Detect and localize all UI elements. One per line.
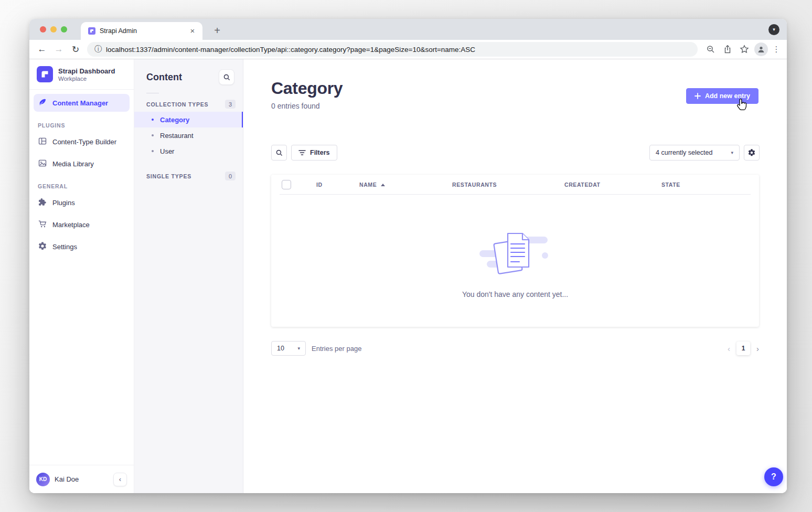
page-title: Category: [271, 79, 343, 98]
chevron-down-icon: ▾: [297, 346, 300, 351]
column-header-restaurants[interactable]: RESTAURANTS: [452, 175, 497, 195]
brand-title: Strapi Dashboard: [58, 67, 115, 75]
subnav-item-label: Category: [160, 116, 189, 124]
browser-toolbar: ← → ↻ ⓘ localhost:1337/admin/content-man…: [29, 40, 787, 59]
sidebar-item-marketplace[interactable]: Marketplace: [34, 216, 130, 233]
column-header-name[interactable]: NAME: [359, 175, 385, 195]
table-search-button[interactable]: [271, 145, 287, 161]
browser-chevron-badge-icon[interactable]: ▾: [768, 24, 779, 35]
browser-menu-icon[interactable]: ⋮: [771, 45, 782, 54]
pagination-row: 10 ▾ Entries per page ‹ 1 ›: [271, 341, 759, 356]
zoom-search-icon[interactable]: [704, 42, 718, 57]
current-page-button[interactable]: 1: [736, 342, 750, 355]
layout-grid-icon: [38, 136, 47, 147]
previous-page-button[interactable]: ‹: [728, 344, 730, 353]
cart-icon: [38, 219, 47, 230]
sidebar-item-label: Settings: [52, 243, 77, 251]
share-icon[interactable]: [721, 42, 734, 57]
sidebar-item-label: Plugins: [52, 199, 75, 207]
table-actions-row: Filters 4 currently selected ▾: [271, 145, 760, 161]
minimize-window-button[interactable]: [50, 26, 57, 33]
sidebar-item-content-type-builder[interactable]: Content-Type Builder: [34, 133, 130, 151]
sidebar-item-settings[interactable]: Settings: [34, 238, 130, 255]
back-button[interactable]: ←: [35, 42, 49, 57]
subnav-item-user[interactable]: User: [134, 143, 243, 159]
new-tab-button[interactable]: +: [210, 24, 225, 38]
collection-types-count-badge: 3: [225, 100, 236, 109]
column-header-state[interactable]: STATE: [661, 175, 680, 195]
image-icon: [38, 158, 47, 169]
entries-table-card: ID NAME RESTAURANTS CREATEDAT STATE: [271, 175, 759, 327]
fields-selected-dropdown[interactable]: 4 currently selected ▾: [649, 145, 740, 161]
subnav-title: Content: [146, 72, 182, 83]
sidebar-item-label: Content-Type Builder: [52, 138, 116, 146]
empty-documents-illustration: [478, 226, 552, 281]
brand-subtitle: Workplace: [58, 76, 115, 82]
close-tab-icon[interactable]: ×: [188, 26, 197, 36]
subnav-item-category[interactable]: Category: [134, 112, 243, 127]
plugins-section-label: PLUGINS: [38, 122, 125, 129]
main-panel: Category 0 entries found Add new entry F…: [243, 59, 787, 493]
column-header-id[interactable]: ID: [316, 175, 323, 195]
sidebar-item-media-library[interactable]: Media Library: [34, 155, 130, 173]
close-window-button[interactable]: [40, 26, 46, 33]
forward-button[interactable]: →: [51, 42, 66, 57]
app-content: Strapi Dashboard Workplace Content Manag…: [29, 59, 787, 493]
sidebar-item-content-manager[interactable]: Content Manager: [34, 94, 130, 112]
window-controls: [40, 26, 67, 33]
strapi-favicon-icon: [88, 27, 95, 35]
sidebar-item-label: Marketplace: [52, 221, 90, 229]
browser-profile-icon[interactable]: [754, 42, 768, 56]
avatar[interactable]: KD: [36, 473, 50, 486]
bullet-icon: [152, 150, 154, 152]
desktop-background: Strapi Admin × + ▾ ← → ↻ ⓘ localhost:133…: [0, 0, 812, 512]
collection-types-label: COLLECTION TYPES: [146, 101, 208, 108]
sidebar-item-label: Media Library: [52, 160, 94, 168]
sort-ascending-icon: [381, 184, 385, 186]
gear-icon: [38, 241, 47, 252]
single-types-count-badge: 0: [225, 172, 236, 180]
user-name: Kai Doe: [55, 475, 109, 483]
general-section-label: GENERAL: [38, 183, 125, 189]
url-bar[interactable]: ⓘ localhost:1337/admin/content-manager/c…: [87, 42, 698, 57]
add-new-entry-button[interactable]: Add new entry: [686, 88, 758, 104]
filters-button[interactable]: Filters: [291, 145, 337, 161]
next-page-button[interactable]: ›: [756, 344, 759, 353]
main-sidebar: Strapi Dashboard Workplace Content Manag…: [29, 59, 134, 493]
select-all-checkbox[interactable]: [282, 180, 291, 189]
sidebar-user-bar: KD Kai Doe ‹: [29, 465, 134, 493]
bullet-icon: [152, 119, 154, 121]
bookmark-star-icon[interactable]: [738, 42, 751, 57]
sidebar-item-plugins[interactable]: Plugins: [34, 194, 130, 211]
single-types-label: SINGLE TYPES: [146, 173, 191, 179]
sidebar-item-label: Content Manager: [52, 99, 108, 107]
filter-icon: [298, 150, 306, 156]
table-header-row: ID NAME RESTAURANTS CREATEDAT STATE: [271, 175, 759, 195]
browser-window: Strapi Admin × + ▾ ← → ↻ ⓘ localhost:133…: [29, 19, 787, 493]
subnav-item-restaurant[interactable]: Restaurant: [134, 127, 243, 143]
brand-text: Strapi Dashboard Workplace: [58, 67, 115, 82]
browser-tab[interactable]: Strapi Admin ×: [81, 22, 202, 40]
strapi-logo-icon: [37, 66, 53, 82]
chevron-down-icon: ▾: [731, 150, 733, 155]
subnav-item-label: User: [160, 147, 174, 155]
table-settings-button[interactable]: [744, 145, 760, 161]
bullet-icon: [152, 134, 154, 136]
url-text: localhost:1337/admin/content-manager/col…: [106, 46, 475, 54]
tab-title: Strapi Admin: [100, 27, 184, 35]
entries-count: 0 entries found: [271, 102, 343, 110]
help-button[interactable]: ?: [764, 467, 783, 486]
empty-state: You don't have any content yet...: [271, 195, 759, 298]
edit-pen-icon: [38, 98, 47, 109]
subnav-search-button[interactable]: [219, 69, 234, 85]
empty-state-text: You don't have any content yet...: [462, 290, 568, 298]
maximize-window-button[interactable]: [61, 26, 67, 33]
brand[interactable]: Strapi Dashboard Workplace: [29, 59, 134, 89]
entries-per-page-label: Entries per page: [312, 345, 361, 353]
column-header-createdat[interactable]: CREATEDAT: [564, 175, 601, 195]
toolbar-right-icons: ⋮: [704, 42, 782, 57]
page-size-dropdown[interactable]: 10 ▾: [271, 341, 306, 356]
site-info-icon[interactable]: ⓘ: [94, 45, 102, 54]
collapse-sidebar-button[interactable]: ‹: [113, 473, 127, 486]
reload-button[interactable]: ↻: [68, 42, 83, 57]
